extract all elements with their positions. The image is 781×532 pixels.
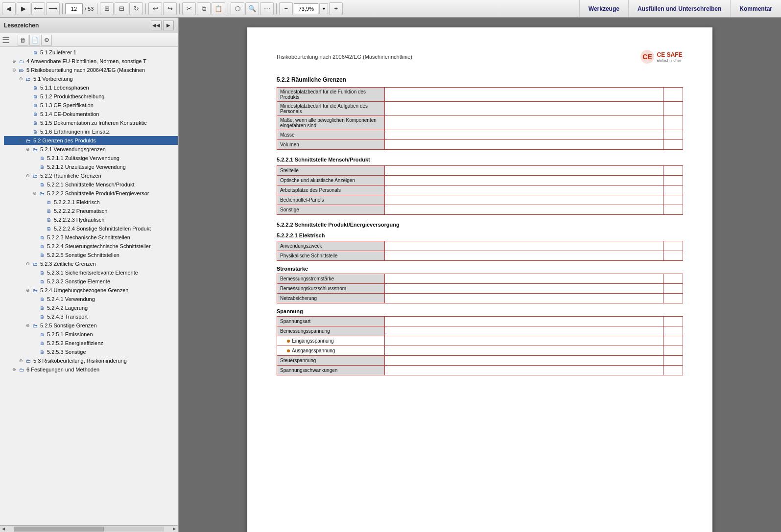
table-narrow-cell[interactable] [663, 195, 683, 205]
tree-item-5-2-5-3[interactable]: 🗎 5.2.5.3 Sonstige [4, 347, 178, 356]
menu-tools[interactable]: Werkzeuge [579, 0, 628, 17]
table-narrow-cell[interactable] [663, 116, 683, 130]
search-btn[interactable]: 🔍 [245, 2, 259, 15]
table-narrow-cell[interactable] [663, 274, 683, 284]
table-narrow-cell[interactable] [663, 356, 683, 366]
hscroll-thumb[interactable] [14, 527, 104, 532]
table-narrow-cell[interactable] [663, 88, 683, 102]
tree-item-5-2-3-1[interactable]: 🗎 5.2.3.1 Sicherheitsrelevante Elemente [4, 268, 178, 277]
tree-container[interactable]: 🗎 5.1 Zulieferer 1 ⊕ 🗀 4 Anwendbare EU-R… [0, 47, 178, 525]
table-value-cell[interactable] [385, 294, 663, 303]
table-value-cell[interactable] [385, 88, 663, 102]
sidebar-new-btn[interactable]: 📄 [29, 35, 40, 46]
tree-item-5-2-4-3[interactable]: 🗎 5.2.4.3 Transport [4, 312, 178, 321]
table-value-cell[interactable] [385, 336, 663, 346]
tree-item-5-1-2[interactable]: 🗎 5.1.2 Produktbeschreibung [4, 92, 178, 101]
table-value-cell[interactable] [385, 176, 663, 185]
sidebar-collapse-btn[interactable]: ◀◀ [151, 21, 162, 30]
table-narrow-cell[interactable] [663, 336, 683, 346]
table-value-cell[interactable] [385, 166, 663, 176]
table-value-cell[interactable] [385, 116, 663, 130]
redo-btn[interactable]: ↪ [163, 2, 177, 15]
table-value-cell[interactable] [385, 185, 663, 195]
hscroll-right-btn[interactable]: ▶ [171, 526, 178, 532]
tree-item-5-2-4-2[interactable]: 🗎 5.2.4.2 Lagerung [4, 303, 178, 312]
undo-btn[interactable]: ↩ [148, 2, 162, 15]
zoom-in-btn[interactable]: + [329, 2, 343, 15]
table-narrow-cell[interactable] [663, 176, 683, 185]
tree-item-5-2-2-2[interactable]: ⊖ 🗁 5.2.2.2 Schnittstelle Produkt/Energi… [4, 189, 178, 198]
tree-item-5-2-1-1[interactable]: 🗎 5.2.1.1 Zulässige Verwendung [4, 154, 178, 162]
table-value-cell[interactable] [385, 284, 663, 294]
tree-item-5-2-2-4[interactable]: 🗎 5.2.2.4 Steuerungstechnische Schnittst… [4, 242, 178, 251]
fit-width-btn[interactable]: ⊟ [115, 2, 128, 15]
rotate-btn[interactable]: ↻ [129, 2, 143, 15]
tree-item-4[interactable]: ⊕ 🗀 4 Anwendbare EU-Richtlinien, Normen,… [4, 57, 178, 66]
nav-fwd2-btn[interactable]: ⟶ [46, 2, 60, 15]
table-narrow-cell[interactable] [663, 241, 683, 251]
table-value-cell[interactable] [385, 346, 663, 356]
table-narrow-cell[interactable] [663, 346, 683, 356]
table-narrow-cell[interactable] [663, 366, 683, 375]
snapshot-btn[interactable]: ⬡ [231, 2, 244, 15]
table-value-cell[interactable] [385, 356, 663, 366]
table-narrow-cell[interactable] [663, 251, 683, 261]
tree-item-5-2-4-1[interactable]: 🗎 5.2.4.1 Verwendung [4, 295, 178, 303]
sidebar-expand-btn[interactable]: ▶ [163, 21, 174, 30]
tree-item-5-1-1[interactable]: 🗎 5.1.1 Lebensphasen [4, 83, 178, 92]
copy-btn[interactable]: ⧉ [197, 2, 211, 15]
tree-item-5-1-5[interactable]: 🗎 5.1.5 Dokumentation zu früheren Konstr… [4, 118, 178, 127]
tree-item-5-1-4[interactable]: 🗎 5.1.4 CE-Dokumentation [4, 110, 178, 118]
tree-item-5-2-2-1[interactable]: 🗎 5.2.2.1 Schnittstelle Mensch/Produkt [4, 180, 178, 189]
menu-fill-sign[interactable]: Ausfüllen und Unterschreiben [628, 0, 730, 17]
tree-item-5-1-3[interactable]: 🗎 5.1.3 CE-Spezifikation [4, 101, 178, 110]
more-btn[interactable]: ⋯ [260, 2, 274, 15]
fit-page-btn[interactable]: ⊞ [100, 2, 114, 15]
table-narrow-cell[interactable] [663, 140, 683, 150]
tree-item-5-2[interactable]: ⊖ 🗁 5.2 Grenzen des Produkts [4, 136, 178, 145]
table-narrow-cell[interactable] [663, 185, 683, 195]
table-value-cell[interactable] [385, 251, 663, 261]
sidebar-hscroll[interactable]: ◀ ▶ [0, 525, 178, 532]
tree-item-5-2-2-5[interactable]: 🗎 5.2.2.5 Sonstige Schnittstellen [4, 251, 178, 259]
table-value-cell[interactable] [385, 102, 663, 116]
tree-item-5-2-2-2-2[interactable]: 🗎 5.2.2.2.2 Pneumatisch [4, 207, 178, 215]
table-value-cell[interactable] [385, 140, 663, 150]
table-narrow-cell[interactable] [663, 317, 683, 326]
tree-item-5-2-5-2[interactable]: 🗎 5.2.5.2 Energieeffizienz [4, 339, 178, 347]
table-narrow-cell[interactable] [663, 294, 683, 303]
tree-item-5-1[interactable]: ⊖ 🗁 5.1 Vorbereitung [4, 74, 178, 83]
table-value-cell[interactable] [385, 241, 663, 251]
sidebar-delete-btn[interactable]: 🗑 [18, 35, 28, 46]
zoom-dropdown-btn[interactable]: ▾ [319, 3, 328, 14]
table-narrow-cell[interactable] [663, 130, 683, 140]
tree-item-5-2-3[interactable]: ⊖ 🗁 5.2.3 Zeitliche Grenzen [4, 259, 178, 268]
page-input[interactable] [65, 3, 83, 14]
sidebar-settings-btn[interactable]: ⚙ [41, 35, 52, 46]
cut-btn[interactable]: ✂ [182, 2, 196, 15]
table-value-cell[interactable] [385, 317, 663, 326]
tree-item-5-2-2-2-4[interactable]: 🗎 5.2.2.2.4 Sonstige Schnittstellen Prod… [4, 224, 178, 233]
paste-btn[interactable]: 📋 [212, 2, 225, 15]
hscroll-left-btn[interactable]: ◀ [0, 526, 7, 532]
zoom-input[interactable] [294, 3, 318, 14]
nav-back-btn[interactable]: ◀ [2, 2, 16, 15]
pdf-area[interactable]: Risikobeurteilung nach 2006/42/EG (Masch… [179, 18, 781, 532]
table-narrow-cell[interactable] [663, 284, 683, 294]
nav-back2-btn[interactable]: ⟵ [31, 2, 45, 15]
table-value-cell[interactable] [385, 195, 663, 205]
tree-item-5-2-2[interactable]: ⊖ 🗁 5.2.2 Räumliche Grenzen [4, 171, 178, 180]
table-narrow-cell[interactable] [663, 326, 683, 336]
tree-item-5[interactable]: ⊖ 🗁 5 Risikobeurteilung nach 2006/42/EG … [4, 66, 178, 74]
tree-item-5-2-1[interactable]: ⊖ 🗁 5.2.1 Verwendungsgrenzen [4, 145, 178, 154]
nav-fwd-btn[interactable]: ▶ [17, 2, 30, 15]
zoom-out-btn[interactable]: − [279, 2, 293, 15]
tree-item-5-2-2-3[interactable]: 🗎 5.2.2.3 Mechanische Schnittstellen [4, 233, 178, 242]
table-value-cell[interactable] [385, 205, 663, 215]
menu-comment[interactable]: Kommentar [730, 0, 781, 17]
tree-item-5-2-4[interactable]: ⊖ 🗁 5.2.4 Umgebungsbezogene Grenzen [4, 286, 178, 295]
tree-item-5-2-2-2-3[interactable]: 🗎 5.2.2.2.3 Hydraulisch [4, 215, 178, 224]
table-value-cell[interactable] [385, 326, 663, 336]
table-value-cell[interactable] [385, 130, 663, 140]
tree-item-6[interactable]: ⊕ 🗀 6 Festlegungen und Methoden [4, 365, 178, 374]
